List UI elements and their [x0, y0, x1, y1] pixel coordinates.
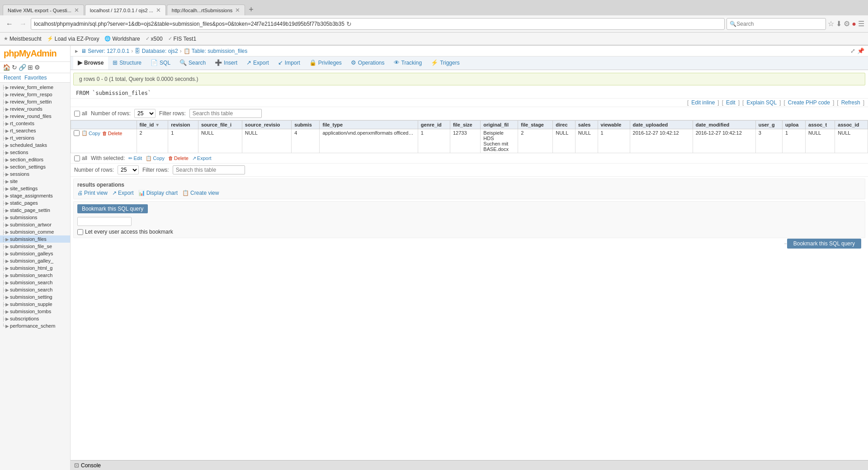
col-viewable[interactable]: viewable	[598, 121, 630, 129]
bookmark-ez-proxy[interactable]: ⚡ Load via EZ-Proxy	[47, 36, 99, 42]
new-tab-button[interactable]: +	[246, 4, 256, 15]
menu-icon[interactable]: ☰	[858, 19, 864, 28]
breadcrumb-database[interactable]: 🗄 Database: ojs2	[135, 48, 178, 54]
favorites-label[interactable]: Favorites	[24, 75, 47, 81]
tree-item-submission-galleys[interactable]: ├ ▶ submission_galleys	[0, 250, 70, 257]
copy-selected-button[interactable]: 📋 Copy	[146, 155, 165, 161]
bookmark-public-checkbox[interactable]	[77, 229, 83, 235]
home-icon[interactable]: 🏠	[3, 64, 10, 71]
tree-item-rt-searches[interactable]: ├ ▶ rt_searches	[0, 127, 70, 134]
print-view-button[interactable]: 🖨 Print view	[77, 190, 108, 196]
col-assoc-id[interactable]: assoc_id	[835, 121, 868, 129]
col-file-stage[interactable]: file_stage	[518, 121, 553, 129]
check-all-checkbox-top[interactable]	[74, 111, 80, 117]
col-file-type[interactable]: file_type	[320, 121, 418, 129]
tab-browse[interactable]: ▶ Browse	[73, 56, 108, 70]
browser-tab-2[interactable]: localhost / 127.0.0.1 / ojs2 ... ✕	[85, 5, 166, 15]
tree-item-sessions[interactable]: ├ ▶ sessions	[0, 170, 70, 178]
tree-item-submission-file-se[interactable]: ├ ▶ submission_file_se	[0, 243, 70, 250]
tab-triggers[interactable]: ⚡ Triggers	[426, 56, 464, 70]
expand-icon[interactable]: ⤢	[850, 47, 855, 54]
tab-structure[interactable]: ⊞ Structure	[108, 56, 146, 70]
tree-item-submission-search-2[interactable]: ├ ▶ submission_search	[0, 279, 70, 286]
create-view-button[interactable]: 📋 Create view	[182, 190, 219, 196]
check-all-checkbox-bottom[interactable]	[74, 155, 80, 161]
tab-close-1[interactable]: ✕	[74, 7, 79, 14]
col-date-modified[interactable]: date_modified	[693, 121, 755, 129]
tree-item-subscriptions[interactable]: ├ ▶ subscriptions	[0, 315, 70, 322]
tab-close-3[interactable]: ✕	[235, 7, 240, 14]
tree-item-submission-search-1[interactable]: ├ ▶ submission_search	[0, 272, 70, 279]
browser-tab-3[interactable]: http://localh...rtSubmissions ✕	[167, 5, 245, 15]
rows-per-page-select-bottom[interactable]: 25 50 100	[118, 165, 139, 174]
col-file-size[interactable]: file_size	[450, 121, 480, 129]
refresh-icon[interactable]: ↻	[12, 64, 17, 71]
tree-item-submission-comme[interactable]: ├ ▶ submission_comme	[0, 228, 70, 235]
tab-import[interactable]: ↙ Import	[274, 56, 305, 70]
tree-item-section-editors[interactable]: ├ ▶ section_editors	[0, 156, 70, 163]
link-icon[interactable]: 🔗	[19, 64, 26, 71]
display-chart-button[interactable]: 📊 Display chart	[138, 190, 178, 196]
tree-item-site-settings[interactable]: ├ ▶ site_settings	[0, 185, 70, 192]
tree-item-section-settings[interactable]: ├ ▶ section_settings	[0, 163, 70, 170]
back-button[interactable]: ←	[4, 19, 15, 29]
edit-inline-link[interactable]: Edit inline	[691, 99, 715, 106]
settings-icon[interactable]: ⚙	[844, 19, 850, 28]
tree-item-submission-html[interactable]: ├ ▶ submission_html_g	[0, 264, 70, 272]
edit-link[interactable]: Edit	[726, 99, 736, 106]
edit-selected-button[interactable]: ✏ Edit	[128, 155, 142, 161]
breadcrumb-server[interactable]: 🖥 Server: 127.0.0.1	[81, 48, 129, 54]
pin-icon[interactable]: 📌	[857, 47, 864, 54]
tree-item-review-rounds[interactable]: ├ ▶ review_rounds	[0, 105, 70, 113]
col-revision[interactable]: revision	[168, 121, 198, 129]
tab-insert[interactable]: ➕ Insert	[210, 56, 242, 70]
console-bar[interactable]: ⊡ Console	[71, 460, 868, 470]
tree-item-review-form-respo[interactable]: ├ ▶ review_form_respo	[0, 91, 70, 98]
tree-item-submissions[interactable]: ├ ▶ submissions	[0, 214, 70, 221]
export-button[interactable]: ↗ Export	[112, 190, 134, 196]
url-bar[interactable]: localhost/phpmyadmin/sql.php?server=1&db…	[31, 18, 725, 30]
rows-per-page-select-top[interactable]: 25 50 100 250 500	[134, 109, 156, 118]
filter-input-bottom[interactable]	[173, 165, 245, 174]
bookmark-label-input[interactable]	[77, 217, 132, 226]
explain-sql-link[interactable]: Explain SQL	[746, 99, 777, 106]
delete-row-button[interactable]: 🗑 Delete	[102, 131, 123, 136]
delete-selected-button[interactable]: 🗑 Delete	[168, 155, 189, 161]
tree-item-submission-galley[interactable]: ├ ▶ submission_galley_	[0, 257, 70, 264]
tab-tracking[interactable]: 👁 Tracking	[389, 56, 427, 70]
col-file-id[interactable]: file_id ▼	[137, 121, 168, 129]
download-icon[interactable]: ⬇	[836, 19, 842, 28]
tree-item-review-form-settin[interactable]: ├ ▶ review_form_settin	[0, 98, 70, 105]
col-assoc-t[interactable]: assoc_t	[806, 121, 835, 129]
recent-label[interactable]: Recent	[4, 75, 21, 81]
browser-tab-1[interactable]: Native XML export - Questi... ✕	[3, 5, 84, 15]
tab-sql[interactable]: 📄 SQL	[146, 56, 175, 70]
bookmark-title-button[interactable]: Bookmark this SQL query	[77, 204, 148, 213]
col-source-file[interactable]: source_file_i	[198, 121, 242, 129]
tree-item-sections[interactable]: ├ ▶ sections	[0, 149, 70, 156]
reload-button[interactable]: ↻	[346, 20, 352, 28]
col-user-g[interactable]: user_g	[755, 121, 782, 129]
tree-item-submission-artwor[interactable]: ├ ▶ submission_artwor	[0, 221, 70, 228]
tree-item-submission-files[interactable]: ├ ▶ submission_files	[0, 235, 70, 243]
browser-search-input[interactable]	[736, 21, 823, 27]
tab-search[interactable]: 🔍 Search	[175, 56, 210, 70]
tree-item-static-pages[interactable]: ├ ▶ static_pages	[0, 199, 70, 207]
tree-item-review-round-files[interactable]: ├ ▶ review_round_files	[0, 113, 70, 120]
tree-item-site[interactable]: ├ ▶ site	[0, 178, 70, 185]
tree-item-rt-contexts[interactable]: ├ ▶ rt_contexts	[0, 120, 70, 127]
tree-item-stage-assignments[interactable]: ├ ▶ stage_assignments	[0, 192, 70, 199]
create-php-code-link[interactable]: Create PHP code	[788, 99, 830, 106]
tab-close-2[interactable]: ✕	[156, 7, 161, 14]
tree-item-rt-versions[interactable]: ├ ▶ rt_versions	[0, 134, 70, 141]
col-sales[interactable]: sales	[575, 121, 598, 129]
copy-row-button[interactable]: 📋 Copy	[81, 130, 100, 136]
tree-item-submission-setting[interactable]: ├ ▶ submission_setting	[0, 293, 70, 301]
tab-operations[interactable]: ⚙ Operations	[346, 56, 389, 70]
bookmark-fis[interactable]: ✓ FIS Test1	[168, 36, 196, 42]
browser-search-bar[interactable]: 🔍	[726, 18, 826, 30]
col-direc[interactable]: direc	[553, 121, 576, 129]
tree-item-static-page-settin[interactable]: ├ ▶ static_page_settin	[0, 207, 70, 214]
tree-item-submission-tombs[interactable]: ├ ▶ submission_tombs	[0, 308, 70, 315]
tab-privileges[interactable]: 🔒 Privileges	[305, 56, 346, 70]
